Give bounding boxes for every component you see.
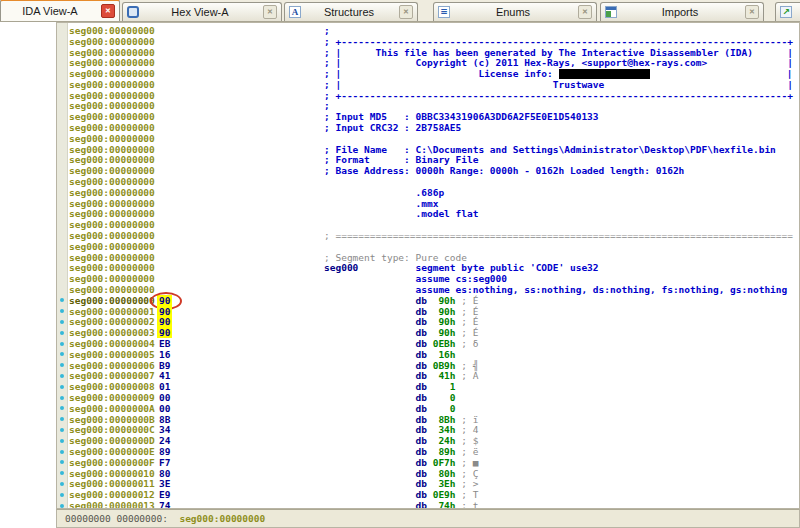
tab-bar: IDA View-A✕Hex View-A✕AStructures✕≡Enums…: [0, 0, 800, 22]
listing-row[interactable]: seg000:00000000; Format : Binary File: [57, 155, 799, 166]
listing-row[interactable]: seg000:00000000: [57, 133, 799, 144]
listing-row[interactable]: seg000:00000006B9 db 0B9h ; ╣: [57, 360, 799, 371]
tab-enums[interactable]: ≡Enums✕: [433, 2, 597, 21]
listing-row[interactable]: seg000:00000000: [57, 219, 799, 230]
line-marker-dot: [60, 482, 64, 486]
tab-close-button[interactable]: ✕: [101, 4, 115, 18]
listing-row[interactable]: seg000:00000000; | Trustwave |: [57, 79, 799, 90]
text-segment: db: [324, 403, 433, 414]
text-segment: ; ======================================…: [324, 230, 793, 241]
text-segment: 89h: [433, 446, 456, 457]
tab-close-button[interactable]: ✕: [399, 5, 413, 19]
listing-row[interactable]: seg000:00000000;: [57, 101, 799, 112]
text-segment: ; É: [456, 306, 479, 317]
address: seg000:00000000: [69, 68, 159, 79]
listing-row[interactable]: seg000:00000000seg000 segment byte publi…: [57, 263, 799, 274]
listing-row[interactable]: seg000:0000000290 db 90h ; É: [57, 317, 799, 328]
byte-column: 3E: [159, 478, 324, 489]
text-segment: db: [324, 414, 433, 425]
listing-row[interactable]: seg000:00000000; =======================…: [57, 230, 799, 241]
address: seg000:00000013: [69, 500, 159, 509]
byte-column: 74: [159, 500, 324, 509]
listing-text: db 0: [324, 392, 799, 403]
text-segment: ; +-------------------------------------…: [324, 90, 793, 101]
listing-text: ; File Name : C:\Documents and Settings\…: [324, 144, 799, 155]
byte-column: 34: [159, 424, 324, 435]
line-marker-dot: [60, 374, 64, 378]
tab-imports[interactable]: Imports✕: [600, 2, 764, 21]
text-segment: .mmx: [324, 198, 438, 209]
listing-row[interactable]: seg000:00000000 assume cs:seg000: [57, 273, 799, 284]
text-segment: ; +-------------------------------------…: [324, 36, 793, 47]
listing-row[interactable]: seg000:000000113E db 3Eh ; >: [57, 478, 799, 489]
listing-row[interactable]: seg000:0000000E89 db 89h ; ë: [57, 446, 799, 457]
listing-text: db 0: [324, 403, 799, 414]
address: seg000:00000000: [69, 208, 159, 219]
listing-row[interactable]: seg000:00000000 .model flat: [57, 209, 799, 220]
tab-hex-view-a[interactable]: Hex View-A✕: [122, 2, 282, 21]
listing-row[interactable]: seg000:0000000516 db 16h: [57, 349, 799, 360]
address: seg000:00000000: [69, 273, 159, 284]
listing-row[interactable]: seg000:0000000B8B db 8Bh ; ï: [57, 414, 799, 425]
text-segment: 34h: [433, 424, 456, 435]
listing-row[interactable]: seg000:0000000A00 db 0: [57, 403, 799, 414]
listing-row[interactable]: seg000:0000000801 db 1: [57, 381, 799, 392]
listing-row[interactable]: seg000:00000000; File Name : C:\Document…: [57, 144, 799, 155]
listing-row[interactable]: seg000:0000001374 db 74h ; t: [57, 500, 799, 509]
listing-row[interactable]: seg000:00000000; | Copyright (c) 2011 He…: [57, 57, 799, 68]
text-segment: 90h: [433, 327, 456, 338]
listing-row[interactable]: seg000:0000000FF7 db 0F7h ; ■: [57, 457, 799, 468]
listing-row[interactable]: seg000:0000000C34 db 34h ; 4: [57, 424, 799, 435]
listing-row[interactable]: seg000:00000000; +----------------------…: [57, 90, 799, 101]
listing-row[interactable]: seg000:00000000; | License info: |: [57, 68, 799, 79]
byte-value: 74: [159, 500, 170, 509]
listing-row[interactable]: seg000:00000000 .686p: [57, 187, 799, 198]
byte-column: 8B: [159, 414, 324, 425]
address: seg000:00000000: [69, 284, 159, 295]
listing-row[interactable]: seg000:0000000390 db 90h ; É: [57, 327, 799, 338]
listing-row[interactable]: seg000:00000000; Segment type: Pure code: [57, 252, 799, 263]
listing-text: ;: [324, 100, 799, 111]
listing-text: ; | Trustwave |: [324, 79, 799, 90]
listing-row[interactable]: seg000:0000000090 db 90h ; É: [57, 295, 799, 306]
listing-row[interactable]: seg000:00000000 assume es:nothing, ss:no…: [57, 284, 799, 295]
text-segment: ; Ç: [456, 468, 479, 479]
listing-row[interactable]: seg000:0000001080 db 80h ; Ç: [57, 468, 799, 479]
tab-structures[interactable]: AStructures✕: [284, 2, 418, 21]
listing-text: db 90h ; É: [324, 306, 799, 317]
listing-row[interactable]: seg000:0000000741 db 41h ; A: [57, 371, 799, 382]
tab-close-button[interactable]: ✕: [745, 5, 759, 19]
tab-close-button[interactable]: ✕: [263, 5, 277, 19]
line-marker-dot: [60, 493, 64, 497]
tab-partial[interactable]: ↗: [775, 2, 800, 21]
listing-row[interactable]: seg000:00000004EB db 0EBh ; δ: [57, 338, 799, 349]
listing-row[interactable]: seg000:00000000; Input MD5 : 0BBC3343190…: [57, 111, 799, 122]
listing-row[interactable]: seg000:00000000; +----------------------…: [57, 36, 799, 47]
listing-row[interactable]: seg000:0000000D24 db 24h ; $: [57, 435, 799, 446]
text-segment: 24h: [433, 435, 456, 446]
listing-row[interactable]: seg000:00000000; | This file has been ge…: [57, 47, 799, 58]
listing-row[interactable]: seg000:0000000190 db 90h ; É: [57, 306, 799, 317]
listing-row[interactable]: seg000:00000000 .mmx: [57, 198, 799, 209]
listing-text: ; | This file has been generated by The …: [324, 47, 799, 58]
byte-value: 01: [159, 381, 170, 392]
byte-value: 90: [157, 295, 172, 306]
listing-row[interactable]: seg000:0000000900 db 0: [57, 392, 799, 403]
tab-close-button[interactable]: ✕: [578, 5, 592, 19]
listing-row[interactable]: seg000:00000000: [57, 176, 799, 187]
listing-row[interactable]: seg000:00000000;: [57, 25, 799, 36]
byte-column: E9: [159, 489, 324, 500]
listing-row[interactable]: seg000:00000000; Input CRC32 : 2B758AE5: [57, 122, 799, 133]
text-segment: ; File Name : C:\Documents and Settings\…: [324, 144, 776, 155]
listing-text: ; +-------------------------------------…: [324, 90, 799, 101]
tab-label: Hex View-A: [139, 6, 261, 18]
line-marker-dot: [60, 352, 64, 356]
listing-row[interactable]: seg000:00000000; Base Address: 0000h Ran…: [57, 165, 799, 176]
listing-row[interactable]: seg000:00000000: [57, 241, 799, 252]
listing-text: ; Input MD5 : 0BBC33431906A3DD6A2F5E0E1D…: [324, 111, 799, 122]
tab-ida-view-a[interactable]: IDA View-A✕: [0, 0, 120, 21]
listing-row[interactable]: seg000:00000012E9 db 0E9h ; T: [57, 489, 799, 500]
text-segment: ; 4: [456, 424, 479, 435]
text-segment: seg000: [324, 262, 358, 273]
byte-value: 00: [159, 392, 170, 403]
